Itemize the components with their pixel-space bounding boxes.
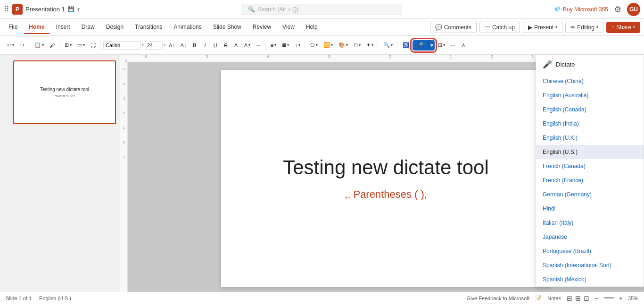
search-icon: 🔍 bbox=[248, 6, 255, 13]
lang-english-india[interactable]: English (India) bbox=[536, 117, 644, 131]
app-grid-icon[interactable]: ⠿ bbox=[4, 5, 9, 14]
more-options-button[interactable]: ··· bbox=[448, 41, 458, 50]
slide-info: Slide 1 of 1 bbox=[6, 296, 32, 301]
strikethrough-button[interactable]: S bbox=[221, 41, 231, 50]
title-chevron[interactable]: ▾ bbox=[77, 7, 80, 12]
lang-german-germany[interactable]: German (Germany) bbox=[536, 187, 644, 202]
tab-home[interactable]: Home bbox=[24, 21, 49, 34]
text-shadow-button[interactable]: A bbox=[231, 41, 241, 50]
underline-button[interactable]: U bbox=[211, 41, 220, 50]
tab-file[interactable]: File bbox=[4, 21, 22, 34]
dictate-dropdown-button[interactable]: ▾ bbox=[429, 40, 435, 51]
tab-design[interactable]: Design bbox=[101, 21, 128, 34]
status-right: Give Feedback to Microsoft 📝 Notes ⊟ ⊞ ⊡… bbox=[466, 295, 638, 302]
ribbon: File Home Insert Draw Design Transitions… bbox=[0, 19, 644, 36]
zoom-in-button[interactable]: + bbox=[619, 296, 622, 301]
clipboard-button[interactable]: 📋 ▾ bbox=[32, 41, 46, 50]
lang-spanish-international[interactable]: Spanish (International Sort) bbox=[536, 258, 644, 272]
numbering-button[interactable]: ≣ ▾ bbox=[280, 41, 291, 50]
tab-insert[interactable]: Insert bbox=[51, 21, 75, 34]
title-bar-right: 💎 Buy Microsoft 365 ⚙ GU bbox=[428, 3, 640, 16]
notes-button[interactable]: Notes bbox=[547, 296, 561, 301]
shape-effects-button[interactable]: ✦ ▾ bbox=[364, 41, 376, 50]
slide-thumb-title: Testing new dictate tool bbox=[40, 87, 89, 92]
comments-button[interactable]: 💬 Comments bbox=[430, 22, 477, 33]
bold-button[interactable]: B bbox=[190, 41, 199, 50]
lang-hindi[interactable]: Hindi bbox=[536, 202, 644, 216]
dictate-button-group: 🎤 ▾ bbox=[413, 40, 435, 51]
font-family-input[interactable] bbox=[103, 41, 141, 50]
dictate-button[interactable]: 🎤 bbox=[413, 40, 429, 51]
lang-french-canada[interactable]: French (Canada) bbox=[536, 159, 644, 173]
slide-view-button[interactable]: ⊞ ▾ bbox=[436, 41, 447, 50]
share-button[interactable]: ↑ Share ▾ bbox=[606, 22, 640, 33]
lang-italian-italy[interactable]: Italian (Italy) bbox=[536, 216, 644, 230]
autosave-icon: 💾 bbox=[68, 6, 74, 12]
font-size-input[interactable] bbox=[145, 41, 163, 50]
shapes-button[interactable]: ⬠ ▾ bbox=[308, 41, 320, 50]
tab-help[interactable]: Help bbox=[301, 21, 322, 34]
slide-main[interactable]: Testing new dictate tool ,. Parentheses … bbox=[221, 70, 551, 287]
status-bar: Slide 1 of 1 English (U.S.) Give Feedbac… bbox=[0, 292, 644, 304]
settings-icon[interactable]: ⚙ bbox=[614, 4, 621, 15]
lang-portuguese-brazil[interactable]: Portuguese (Brazil) bbox=[536, 244, 644, 258]
slide-sorter-icon[interactable]: ⊞ bbox=[575, 295, 581, 302]
bullets-button[interactable]: ≡ ▾ bbox=[268, 41, 279, 50]
normal-view-icon[interactable]: ⊟ bbox=[567, 295, 572, 302]
line-spacing-button[interactable]: ↕ ▾ bbox=[292, 41, 303, 50]
format-painter-button[interactable]: 🖌 bbox=[47, 41, 57, 50]
lang-english-us[interactable]: English (U.S.) bbox=[536, 145, 644, 159]
search-bar[interactable]: 🔍 Search (Alt + Q) bbox=[242, 4, 402, 15]
tab-draw[interactable]: Draw bbox=[77, 21, 99, 34]
font-decrease-button[interactable]: A↓ bbox=[178, 41, 189, 50]
lang-french-france[interactable]: French (France) bbox=[536, 173, 644, 187]
slide-layout-button[interactable]: ⊞ ▾ bbox=[62, 41, 74, 50]
tab-slideshow[interactable]: Slide Show bbox=[208, 21, 246, 34]
slide-panel-item: 1 Testing new dictate tool PowerPoint 1 bbox=[4, 59, 116, 126]
comment-icon: 💬 bbox=[435, 24, 442, 31]
editing-button[interactable]: ✏ Editing ▾ bbox=[565, 22, 603, 33]
tab-view[interactable]: View bbox=[278, 21, 299, 34]
lang-english-australia[interactable]: English (Australia) bbox=[536, 88, 644, 102]
italic-button[interactable]: I bbox=[200, 41, 210, 50]
fullscreen-button[interactable]: ⛶ bbox=[88, 41, 98, 50]
search-placeholder: Search (Alt + Q) bbox=[258, 6, 298, 13]
more-font-button[interactable]: ··· bbox=[254, 41, 263, 50]
slide-thumbnail-content: Testing new dictate tool PowerPoint 1 bbox=[35, 82, 94, 103]
shape-fill-button[interactable]: 🎨 ▾ bbox=[336, 41, 350, 50]
vertical-ruler: -3 -2 -1 0 1 2 3 bbox=[120, 62, 128, 292]
lang-chinese-china[interactable]: Chinese (China) bbox=[536, 74, 644, 88]
lang-english-canada[interactable]: English (Canada) bbox=[536, 102, 644, 117]
accessibility-button[interactable]: ♿ bbox=[400, 41, 412, 50]
font-color-button[interactable]: A ▾ bbox=[242, 41, 253, 50]
lang-japanese[interactable]: Japanese bbox=[536, 230, 644, 244]
collapse-button[interactable]: ∧ bbox=[459, 41, 468, 50]
font-increase-button[interactable]: A↑ bbox=[166, 41, 177, 50]
zoom-out-button[interactable]: − bbox=[595, 296, 598, 301]
undo-button[interactable]: ↩ ▾ bbox=[5, 41, 17, 50]
dictate-panel-header: 🎤 Dictate bbox=[536, 55, 644, 74]
zoom-slider[interactable]: ━━━ bbox=[604, 295, 614, 301]
language-status: English (U.S.) bbox=[39, 296, 71, 301]
reading-view-icon[interactable]: ⊡ bbox=[584, 295, 589, 302]
catchup-button[interactable]: 〰 Catch up bbox=[479, 22, 520, 33]
title-bar-center: 🔍 Search (Alt + Q) bbox=[216, 4, 428, 15]
redo-button[interactable]: ↪ bbox=[17, 41, 27, 50]
ms365-button[interactable]: 💎 Buy Microsoft 365 bbox=[554, 6, 608, 13]
feedback-link[interactable]: Give Feedback to Microsoft bbox=[466, 296, 529, 301]
lang-english-uk[interactable]: English (U.K.) bbox=[536, 131, 644, 145]
arrange-button[interactable]: 🔀 ▾ bbox=[321, 41, 335, 50]
slide-size-button[interactable]: ▭ ▾ bbox=[75, 41, 87, 50]
tab-review[interactable]: Review bbox=[248, 21, 276, 34]
find-button[interactable]: 🔍 ▾ bbox=[381, 41, 395, 50]
slide-thumbnail[interactable]: Testing new dictate tool PowerPoint 1 bbox=[13, 60, 116, 124]
shape-outline-button[interactable]: ◻ ▾ bbox=[351, 41, 363, 50]
tab-animations[interactable]: Animations bbox=[169, 21, 206, 34]
lang-spanish-mexico[interactable]: Spanish (Mexico) bbox=[536, 272, 644, 287]
diamond-icon: 💎 bbox=[554, 6, 561, 13]
present-button[interactable]: ▶ Present ▾ bbox=[523, 22, 562, 33]
avatar[interactable]: GU bbox=[627, 3, 640, 16]
tab-transitions[interactable]: Transitions bbox=[130, 21, 167, 34]
undo-group: ↩ ▾ ↪ bbox=[3, 41, 29, 50]
title-bar-left: ⠿ P Presentation 1 💾 ▾ bbox=[4, 4, 216, 15]
